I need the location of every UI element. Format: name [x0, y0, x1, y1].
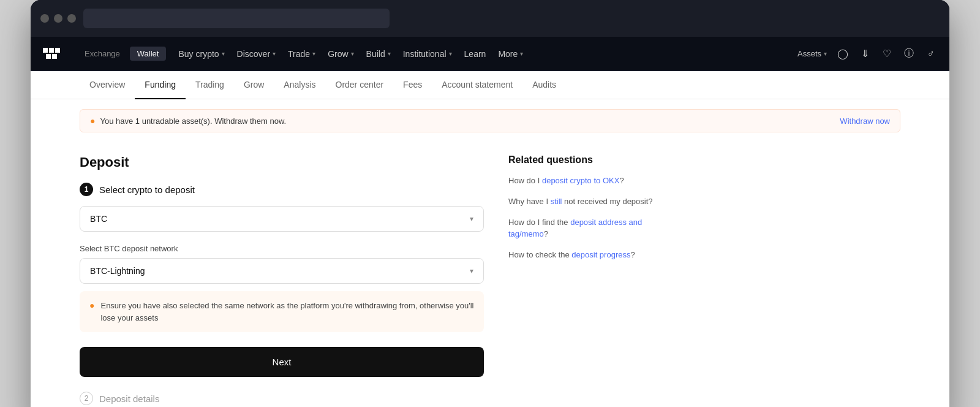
alert-banner: ● You have 1 untradable asset(s). Withdr… [80, 109, 900, 132]
chevron-down-icon: ▾ [312, 50, 315, 57]
nav-institutional[interactable]: Institutional ▾ [403, 49, 452, 59]
bell-icon[interactable]: ♡ [881, 48, 893, 60]
exchange-tab[interactable]: Exchange [77, 47, 127, 61]
nav-learn[interactable]: Learn [464, 49, 486, 59]
subnav-order-center[interactable]: Order center [326, 71, 394, 99]
step1-header: 1 Select crypto to deposit [80, 183, 484, 196]
network-selector[interactable]: BTC-Lightning ▾ [80, 258, 484, 284]
main-flex: Deposit 1 Select crypto to deposit BTC ▾… [80, 142, 900, 407]
related-link-2[interactable]: Why have I still not received my deposit… [508, 196, 680, 207]
svg-rect-1 [49, 48, 54, 53]
chevron-down-icon: ▾ [222, 50, 225, 57]
browser-window: Exchange Wallet Buy crypto ▾ Discover ▾ … [31, 0, 949, 407]
mode-tabs: Exchange Wallet [77, 47, 166, 61]
sub-navbar: Overview Funding Trading Grow Analysis O… [31, 71, 949, 99]
chevron-down-icon: ▾ [520, 50, 523, 57]
crypto-selector[interactable]: BTC ▾ [80, 206, 484, 232]
next-button[interactable]: Next [80, 347, 484, 377]
warning-circle-icon: ● [89, 300, 94, 310]
chevron-down-icon: ▾ [824, 50, 827, 57]
svg-rect-4 [52, 54, 57, 59]
related-link-4[interactable]: How to check the deposit progress? [508, 249, 680, 261]
help-icon[interactable]: ⓘ [903, 48, 915, 60]
deposit-section: Deposit 1 Select crypto to deposit BTC ▾… [80, 142, 484, 405]
network-label: Select BTC deposit network [80, 244, 484, 253]
user-icon[interactable]: ◯ [837, 48, 849, 60]
assets-button[interactable]: Assets ▾ [797, 49, 827, 58]
logo[interactable] [43, 48, 70, 60]
deposit-title: Deposit [80, 154, 484, 170]
address-bar[interactable] [83, 9, 390, 28]
nav-build[interactable]: Build ▾ [366, 49, 391, 59]
crypto-value: BTC [90, 214, 107, 224]
nav-buy-crypto[interactable]: Buy crypto ▾ [178, 49, 224, 59]
chevron-down-icon: ▾ [388, 50, 391, 57]
step1-title: Select crypto to deposit [99, 184, 195, 195]
alert-left: ● You have 1 untradable asset(s). Withdr… [90, 116, 286, 126]
svg-rect-2 [55, 48, 60, 53]
related-questions: Related questions How do I deposit crypt… [508, 142, 680, 405]
network-value: BTC-Lightning [90, 266, 145, 276]
chevron-down-icon: ▾ [449, 50, 452, 57]
chevron-down-icon: ▾ [470, 215, 473, 223]
wallet-tab[interactable]: Wallet [130, 47, 167, 61]
step2-header: 2 Deposit details [80, 392, 484, 405]
nav-grow[interactable]: Grow ▾ [328, 49, 353, 59]
subnav-grow[interactable]: Grow [234, 71, 274, 99]
traffic-lights [40, 14, 76, 23]
close-button[interactable] [40, 14, 49, 23]
alert-message: You have 1 untradable asset(s). Withdraw… [100, 116, 286, 126]
step2-title: Deposit details [99, 394, 159, 404]
subnav-audits[interactable]: Audits [522, 71, 566, 99]
withdraw-now-link[interactable]: Withdraw now [840, 116, 890, 126]
step1-number: 1 [80, 183, 93, 196]
warning-icon: ● [90, 116, 95, 126]
subnav-trading[interactable]: Trading [186, 71, 234, 99]
minimize-button[interactable] [54, 14, 62, 23]
download-icon[interactable]: ⇓ [859, 48, 871, 60]
related-title: Related questions [508, 154, 680, 165]
subnav-funding[interactable]: Funding [135, 71, 186, 99]
svg-rect-3 [46, 54, 51, 59]
chevron-down-icon: ▾ [351, 50, 354, 57]
subnav-account-statement[interactable]: Account statement [432, 71, 522, 99]
subnav-fees[interactable]: Fees [393, 71, 432, 99]
warning-box: ● Ensure you have also selected the same… [80, 291, 484, 332]
step2-number: 2 [80, 392, 93, 405]
subnav-analysis[interactable]: Analysis [274, 71, 325, 99]
browser-chrome [31, 0, 949, 37]
nav-right: Assets ▾ ◯ ⇓ ♡ ⓘ ♂ [797, 48, 937, 60]
subnav-overview[interactable]: Overview [80, 71, 135, 99]
page-body: Exchange Wallet Buy crypto ▾ Discover ▾ … [31, 37, 949, 407]
nav-discover[interactable]: Discover ▾ [237, 49, 276, 59]
top-navbar: Exchange Wallet Buy crypto ▾ Discover ▾ … [31, 37, 949, 71]
globe-icon[interactable]: ♂ [925, 48, 937, 60]
nav-items: Buy crypto ▾ Discover ▾ Trade ▾ Grow ▾ B… [178, 49, 797, 59]
svg-rect-0 [43, 48, 48, 53]
chevron-down-icon: ▾ [470, 267, 473, 275]
nav-trade[interactable]: Trade ▾ [288, 49, 315, 59]
maximize-button[interactable] [67, 14, 76, 23]
related-link-3[interactable]: How do I find the deposit address and ta… [508, 217, 680, 239]
warning-message: Ensure you have also selected the same n… [100, 300, 474, 324]
nav-more[interactable]: More ▾ [498, 49, 523, 59]
chevron-down-icon: ▾ [273, 50, 276, 57]
content-area: ● You have 1 untradable asset(s). Withdr… [31, 99, 949, 407]
related-link-1[interactable]: How do I deposit crypto to OKX? [508, 175, 680, 186]
